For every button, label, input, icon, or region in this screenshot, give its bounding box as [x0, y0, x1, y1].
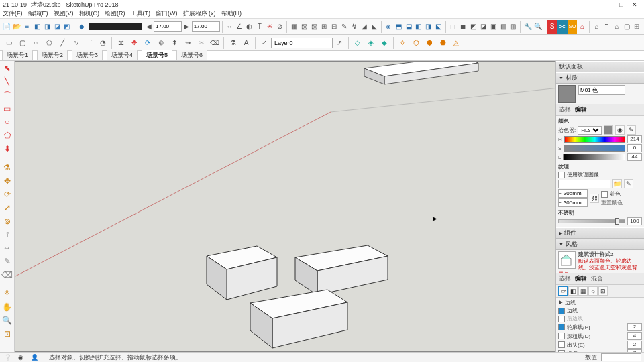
solid1-icon[interactable]: ◇ — [351, 36, 364, 50]
eyedropper-screen-icon[interactable]: ◉ — [615, 125, 625, 135]
mat-tab-select[interactable]: 选择 — [559, 105, 571, 114]
tool-b-icon[interactable]: ▨ — [299, 20, 309, 34]
lt-eraser-icon[interactable]: ⌫ — [1, 269, 13, 281]
next-frame-icon[interactable]: ▶ — [182, 20, 192, 34]
color-swatch-icon[interactable] — [604, 125, 613, 135]
sat-value[interactable]: 0 — [627, 144, 642, 152]
axes-icon[interactable]: ✳ — [264, 20, 274, 34]
lt-select-icon[interactable]: ⬉ — [1, 62, 13, 74]
lt-rotate-icon[interactable]: ⟳ — [1, 188, 13, 200]
picker-mode-select[interactable]: HLS — [578, 126, 602, 135]
lt-paint-icon[interactable]: ⚗ — [1, 162, 13, 174]
intersect-icon[interactable]: ◊ — [396, 36, 409, 50]
components-panel-header[interactable]: ▶组件 — [556, 227, 644, 239]
help-tip-icon[interactable]: ❔ — [3, 353, 12, 361]
plugin-su-icon[interactable]: SU — [568, 20, 578, 34]
view-top-icon[interactable]: ⬒ — [394, 20, 404, 34]
lt-arc-icon[interactable]: ⌒ — [1, 89, 13, 101]
house1-icon[interactable]: ⌂ — [592, 20, 602, 34]
plugin-chart-icon[interactable]: ⫘ — [557, 20, 568, 34]
shade5-icon[interactable]: ▣ — [488, 20, 498, 34]
profiles-checkbox[interactable] — [558, 324, 565, 330]
layer-dropdown[interactable]: Layer0 — [271, 38, 333, 48]
zoom-icon[interactable]: 🔍 — [533, 20, 543, 34]
menu-help[interactable]: 帮助(H) — [221, 9, 242, 18]
trim-icon[interactable]: ⬣ — [436, 36, 449, 50]
material-swatch[interactable] — [558, 85, 576, 103]
tool-a-icon[interactable]: ▦ — [289, 20, 299, 34]
hue-value[interactable]: 214 — [627, 135, 642, 143]
depthcue-value[interactable]: 4 — [627, 332, 642, 340]
menu-edit[interactable]: 编辑(E) — [28, 9, 48, 18]
lt-move-icon[interactable]: ✥ — [1, 175, 13, 187]
materials-panel-header[interactable]: ▼材质 — [556, 72, 644, 84]
layer-vis-icon[interactable]: ✓ — [258, 36, 271, 50]
measurement-input[interactable] — [601, 353, 641, 361]
lt-scale-icon[interactable]: ⤢ — [1, 202, 13, 214]
text-icon[interactable]: T — [254, 20, 264, 34]
tool-h-icon[interactable]: ◢ — [359, 20, 369, 34]
tray-title[interactable]: 默认面板 — [556, 61, 644, 72]
reset-color-link[interactable]: 重置颜色 — [601, 199, 623, 206]
solid2-icon[interactable]: ◈ — [364, 36, 378, 50]
edge-settings-icon[interactable]: ▱ — [558, 286, 568, 296]
tool-i-icon[interactable]: ◣ — [369, 20, 379, 34]
folder-icon[interactable]: ▢ — [622, 20, 632, 34]
menu-draw[interactable]: 绘图(R) — [105, 9, 125, 18]
view-back-icon[interactable]: ◨ — [423, 20, 433, 34]
scene-tab-2[interactable]: 场景号2 — [37, 50, 68, 60]
lt-line-icon[interactable]: ╲ — [1, 76, 13, 88]
new-file-icon[interactable]: 📄 — [2, 20, 12, 34]
house3-icon[interactable]: ⌂ — [612, 20, 622, 34]
cube2-icon[interactable]: ◨ — [42, 20, 52, 34]
cube-icon[interactable]: ◧ — [32, 20, 42, 34]
menu-view[interactable]: 视图(V) — [54, 9, 74, 18]
lt-tape-icon[interactable]: ⟟ — [1, 229, 13, 241]
rectangle-icon[interactable]: ▢ — [15, 36, 29, 50]
colorize-checkbox[interactable] — [601, 191, 608, 198]
freehand-icon[interactable]: ∿ — [69, 36, 83, 50]
move-icon[interactable]: ✥ — [127, 36, 141, 50]
lt-rect-icon[interactable]: ▭ — [1, 103, 13, 115]
lt-text-icon[interactable]: ✎ — [1, 255, 13, 267]
style-tab-edit[interactable]: 编辑 — [575, 274, 587, 283]
timeline-ruler[interactable] — [89, 23, 142, 30]
lt-push-icon[interactable]: ⬍ — [1, 143, 13, 155]
opacity-value[interactable]: 100 — [627, 217, 642, 225]
followme-icon[interactable]: ↪ — [181, 36, 195, 50]
watermark-icon[interactable]: ☼ — [588, 286, 598, 296]
polygon-icon[interactable]: ⬠ — [42, 36, 56, 50]
cube3-icon[interactable]: ◪ — [52, 20, 62, 34]
eyedropper-model-icon[interactable]: ✎ — [627, 125, 636, 135]
menu-window[interactable]: 窗口(W) — [156, 9, 178, 18]
solid3-icon[interactable]: ◆ — [378, 36, 391, 50]
scene-tab-3[interactable]: 场景号3 — [72, 50, 103, 60]
plugin-s-icon[interactable]: S — [547, 20, 557, 34]
shade3-icon[interactable]: ◩ — [468, 20, 478, 34]
layer-arrow-icon[interactable]: ↗ — [333, 36, 346, 50]
wrench-icon[interactable]: 🔧 — [523, 20, 533, 34]
style-tab-select[interactable]: 选择 — [559, 274, 571, 283]
pie-icon[interactable]: ◔ — [96, 36, 109, 50]
browse-texture-icon[interactable]: 📁 — [612, 179, 622, 188]
opacity-slider[interactable] — [558, 219, 625, 223]
cube4-icon[interactable]: ◩ — [62, 20, 72, 34]
offset-icon[interactable]: ⊚ — [154, 36, 168, 50]
tool-g-icon[interactable]: ↯ — [349, 20, 359, 34]
split-icon[interactable]: ◬ — [449, 36, 463, 50]
geo-icon[interactable]: ◉ — [16, 353, 25, 361]
plugin-wh-icon[interactable]: ⌂ — [577, 20, 587, 34]
frame-value[interactable]: 17.00 — [154, 21, 182, 32]
scene-tab-6[interactable]: 场景号6 — [176, 50, 207, 60]
lt-dim-icon[interactable]: ↔ — [1, 242, 13, 254]
view-right-icon[interactable]: ◧ — [414, 20, 424, 34]
scene-tab-5[interactable]: 场景号5 — [142, 50, 172, 60]
depthcue-checkbox[interactable] — [558, 333, 565, 339]
extension-value[interactable]: 2 — [627, 341, 642, 349]
pushpull-icon[interactable]: ⬍ — [168, 36, 181, 50]
bg-settings-icon[interactable]: ▦ — [578, 286, 588, 296]
menu-extensions[interactable]: 扩展程序 (x) — [183, 9, 216, 18]
scale-icon[interactable]: ⚖ — [114, 36, 127, 50]
lt-circle-icon[interactable]: ○ — [1, 116, 13, 128]
lt-zoomext-icon[interactable]: ⊡ — [1, 328, 13, 340]
